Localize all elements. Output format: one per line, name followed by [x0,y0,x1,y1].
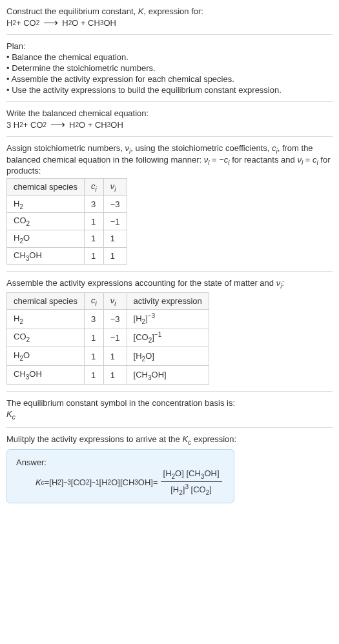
balanced-heading: Write the balanced chemical equation: [6,108,333,118]
act-b: OH] [152,370,167,379]
sp-a: H [14,350,19,360]
cell-species: H2O [7,347,85,366]
th-nui: νi [103,179,127,196]
ans-t3b: O] [111,478,120,487]
cell-ci: 1 [85,247,104,265]
eq-plus-co2: + CO [16,18,36,28]
bal-h2o-a: H [69,120,75,130]
th-ci: ci [85,179,104,196]
divider [6,271,333,272]
sp-sub: 2 [19,203,23,210]
cell-species: CO2 [7,328,85,347]
sp-b: O [23,233,30,243]
act-a: [H [134,352,142,361]
stoich-table: chemical species ci νi H2 3 −3 CO2 1 −1 … [6,178,127,265]
cell-activity: [CO2]−1 [127,328,209,347]
sp-a: CO [14,332,26,341]
ans-t4b: OH] [138,478,153,487]
eq-ch3oh-tail: OH [103,18,116,28]
cell-species: H2O [7,230,85,247]
th-species: chemical species [7,292,85,310]
sp-b: O [23,350,30,360]
table-row: H2 3 −3 [H2]−3 [7,310,209,328]
kc-k: K [6,409,12,419]
sp-sub: 2 [26,336,30,343]
act-a: [CO [134,333,149,343]
fraction-numerator: [H2O] [CH3OH] [161,468,222,482]
sp-sub: 2 [26,220,30,227]
table-row: CH3OH 1 1 [7,247,127,265]
activity-heading-b: : [282,278,284,288]
stoich-b: , using the stoichiometric coefficients, [130,143,272,153]
ans-t1a: [H [49,478,57,487]
den-d: ] [209,485,212,494]
stoich-eq2-eq: = [303,155,313,165]
bal-plus-co2: + CO [23,120,43,130]
intro-equation: H2 + CO2 ⟶ H2O + CH3OH [6,17,333,28]
bal-3h2: 3 H [6,120,19,130]
th-nui-i: i [114,299,116,307]
num-c: OH] [204,468,219,478]
th-ci: ci [85,292,104,310]
cell-ci: 1 [85,230,104,247]
cell-nui: −1 [103,328,127,347]
sp-a: CO [14,216,26,225]
divider [6,391,333,392]
ans-t1sup: −3 [63,479,70,486]
den-c: [CO [189,485,206,494]
sp-a: CH [14,250,26,260]
kc-symbol: Kc [6,409,333,421]
plan-b2: • Determine the stoichiometric numbers. [6,63,333,73]
th-activity: activity expression [127,292,209,310]
stoich-d: for reactants and [230,155,298,165]
intro-title-suffix: , expression for: [143,6,203,16]
multiply-b: expression: [191,434,236,444]
th-ci-i: i [96,299,97,307]
ans-t4a: [CH [120,478,134,487]
answer-expression: Kc = [H2]−3 [CO2]−1 [H2O] [CH3OH] = [H2O… [16,468,225,496]
ans-k: K [36,478,41,487]
th-nui-i: i [114,186,116,193]
answer-box: Answer: Kc = [H2]−3 [CO2]−1 [H2O] [CH3OH… [6,449,234,503]
balanced-equation: 3 H2 + CO2 ⟶ H2O + CH3OH [6,119,333,130]
eq-h2o-a: H [62,18,68,28]
den-a: [H [170,485,179,494]
cell-ci: 1 [85,366,104,385]
activity-table: chemical species ci νi activity expressi… [6,292,209,385]
cell-nui: −1 [103,213,127,230]
fraction-denominator: [H2]3 [CO2] [161,482,222,496]
table-header-row: chemical species ci νi [7,179,127,196]
cell-ci: 1 [85,347,104,366]
act-sup: −3 [148,312,155,319]
arrow-icon: ⟶ [43,17,58,28]
stoich-text: Assign stoichiometric numbers, νi, using… [6,143,333,176]
th-species: chemical species [7,179,85,196]
sp-a: H [14,233,19,243]
multiply-a: Mulitply the activity expressions to arr… [6,434,182,444]
cell-activity: [CH3OH] [127,366,209,385]
table-row: CO2 1 −1 [CO2]−1 [7,328,209,347]
table-header-row: chemical species ci νi activity expressi… [7,292,209,310]
table-row: H2O 1 1 [H2O] [7,347,209,366]
ans-eq: = [45,478,50,487]
table-row: CH3OH 1 1 [CH3OH] [7,366,209,385]
sp-b: OH [29,369,42,379]
ans-t3a: [H [99,478,108,487]
ans-t2a: [CO [71,478,86,487]
divider [6,136,333,137]
ans-eq2: = [153,478,158,487]
divider [6,101,333,102]
plan-b3: • Assemble the activity expression for e… [6,74,333,84]
th-nui: νi [103,292,127,310]
stoich-eq1-eq: = − [209,155,223,165]
intro-title: Construct the equilibrium constant, K, e… [6,6,333,16]
table-row: H2O 1 1 [7,230,127,247]
act-a: [CH [134,370,148,379]
cell-activity: [H2]−3 [127,310,209,328]
sp-sub: 2 [19,317,23,325]
cell-species: CO2 [7,213,85,230]
divider [6,427,333,428]
bal-co2-sub: 2 [43,121,47,128]
sp-a: H [14,314,19,323]
bal-ch3oh-tail: OH [110,120,123,130]
